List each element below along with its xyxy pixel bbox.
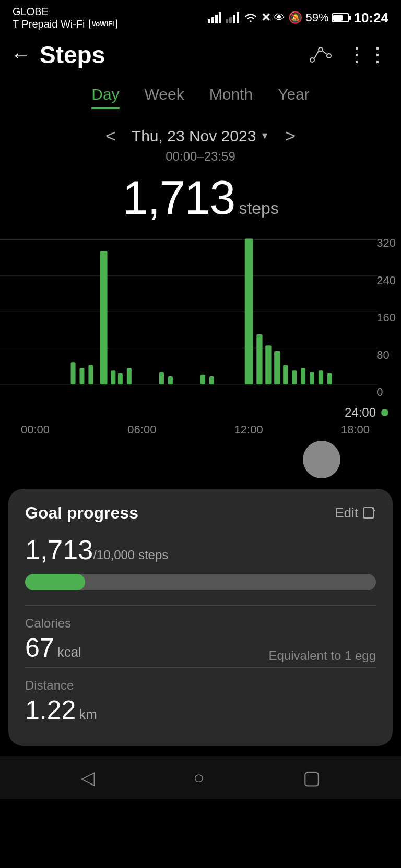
signal2-icon	[226, 12, 240, 23]
steps-unit: steps	[239, 199, 278, 218]
svg-rect-42	[363, 508, 374, 518]
tab-day[interactable]: Day	[91, 86, 119, 109]
svg-rect-27	[127, 368, 132, 384]
svg-line-15	[323, 51, 327, 54]
svg-rect-23	[79, 368, 84, 384]
calories-stat: Calories 67kcal Equivalent to 1 egg	[25, 616, 376, 663]
svg-line-14	[314, 51, 319, 58]
x-label-0600: 06:00	[127, 423, 156, 437]
date-text: Thu, 23 Nov 2023	[132, 127, 256, 145]
svg-rect-39	[310, 372, 314, 384]
bell-muted-icon: 🔕	[288, 11, 302, 25]
svg-rect-6	[233, 15, 235, 23]
carrier-info: GLOBE T Prepaid Wi-Fi VoWiFi	[13, 5, 117, 30]
svg-rect-5	[229, 17, 232, 23]
distance-stat: Distance 1.22km	[25, 678, 376, 725]
period-tabs: Day Week Month Year	[0, 76, 401, 113]
x-icon: ✕	[261, 11, 270, 25]
svg-rect-28	[159, 372, 164, 384]
svg-rect-26	[118, 373, 123, 384]
distance-label: Distance	[25, 678, 376, 693]
x-label-1200: 12:00	[234, 423, 263, 437]
svg-rect-34	[265, 345, 271, 384]
battery-icon	[332, 13, 351, 23]
svg-rect-0	[208, 19, 210, 23]
wifi-icon	[243, 12, 258, 23]
distance-unit: km	[79, 706, 97, 722]
carrier-name: GLOBE	[13, 5, 117, 18]
signal-icon	[208, 12, 222, 23]
battery-level: 59%	[305, 11, 328, 25]
svg-rect-25	[111, 370, 115, 384]
nav-recents-button[interactable]: ▢	[303, 767, 321, 789]
x-label-1800: 18:00	[341, 423, 370, 437]
svg-rect-3	[219, 12, 221, 23]
svg-rect-2	[215, 15, 218, 23]
status-bar: GLOBE T Prepaid Wi-Fi VoWiFi ✕ �	[0, 0, 401, 33]
bottom-navigation: ◁ ○ ▢	[0, 756, 401, 799]
scroll-handle[interactable]	[303, 441, 340, 478]
svg-rect-9	[349, 16, 351, 20]
top-bar: ← Steps ⋮⋮	[0, 33, 401, 76]
calories-unit: kcal	[57, 644, 81, 660]
edit-icon	[362, 507, 376, 520]
svg-point-11	[310, 58, 314, 62]
svg-rect-4	[226, 19, 228, 23]
svg-rect-32	[245, 239, 253, 384]
svg-rect-29	[168, 376, 173, 384]
svg-point-12	[319, 47, 323, 52]
time-range: 00:00–23:59	[0, 149, 401, 166]
current-time-dot	[381, 409, 388, 416]
page-title: Steps	[40, 41, 105, 69]
svg-rect-36	[283, 365, 288, 384]
calories-label: Calories	[25, 616, 376, 631]
divider-1	[25, 605, 376, 606]
chart-x-labels: 00:00 06:00 12:00 18:00	[0, 420, 401, 437]
goal-card-header: Goal progress Edit	[25, 503, 376, 523]
date-dropdown-icon: ▼	[260, 130, 269, 141]
edit-label: Edit	[335, 505, 358, 521]
tab-week[interactable]: Week	[145, 86, 184, 109]
svg-rect-7	[237, 12, 239, 23]
calories-note: Equivalent to 1 egg	[269, 648, 376, 663]
current-time-label: 24:00	[345, 405, 376, 420]
svg-rect-41	[327, 373, 332, 384]
distance-value: 1.22	[25, 695, 76, 725]
calories-row: 67kcal Equivalent to 1 egg	[25, 633, 376, 663]
progress-bar-background	[25, 574, 376, 590]
steps-value: 1,713	[122, 172, 234, 224]
vowifi-badge: VoWiFi	[89, 19, 117, 29]
network-name: T Prepaid Wi-Fi	[13, 18, 85, 30]
current-steps-value: 1,713	[25, 535, 93, 565]
divider-2	[25, 667, 376, 668]
svg-rect-1	[211, 17, 214, 23]
clock-time: 10:24	[354, 10, 389, 26]
tab-month[interactable]: Month	[209, 86, 253, 109]
more-options-button[interactable]: ⋮⋮	[347, 43, 388, 66]
svg-rect-21	[100, 251, 108, 384]
nav-back-button[interactable]: ◁	[80, 767, 95, 789]
steps-progress-display: 1,713/10,000 steps	[25, 534, 376, 565]
bar-chart-svg	[0, 234, 401, 401]
x-label-0000: 00:00	[21, 423, 50, 437]
svg-rect-24	[88, 365, 93, 384]
date-selector[interactable]: Thu, 23 Nov 2023 ▼	[132, 127, 269, 145]
svg-rect-40	[319, 370, 323, 384]
svg-rect-30	[200, 375, 205, 384]
edit-button[interactable]: Edit	[335, 505, 376, 521]
next-date-button[interactable]: >	[285, 126, 296, 146]
back-button[interactable]: ←	[10, 43, 31, 67]
goal-progress-card: Goal progress Edit 1,713/10,000 steps Ca…	[8, 489, 393, 746]
prev-date-button[interactable]: <	[105, 126, 116, 146]
date-navigation: < Thu, 23 Nov 2023 ▼ >	[0, 113, 401, 149]
tab-year[interactable]: Year	[278, 86, 310, 109]
svg-rect-38	[301, 368, 305, 384]
svg-rect-33	[256, 334, 262, 384]
svg-point-13	[327, 54, 331, 58]
graph-icon[interactable]	[309, 45, 332, 64]
svg-rect-10	[333, 15, 343, 21]
svg-rect-35	[274, 351, 280, 384]
calories-value: 67	[25, 633, 54, 662]
nav-home-button[interactable]: ○	[193, 767, 205, 789]
chart-wrapper: 320 240 160 80 0	[0, 234, 401, 401]
